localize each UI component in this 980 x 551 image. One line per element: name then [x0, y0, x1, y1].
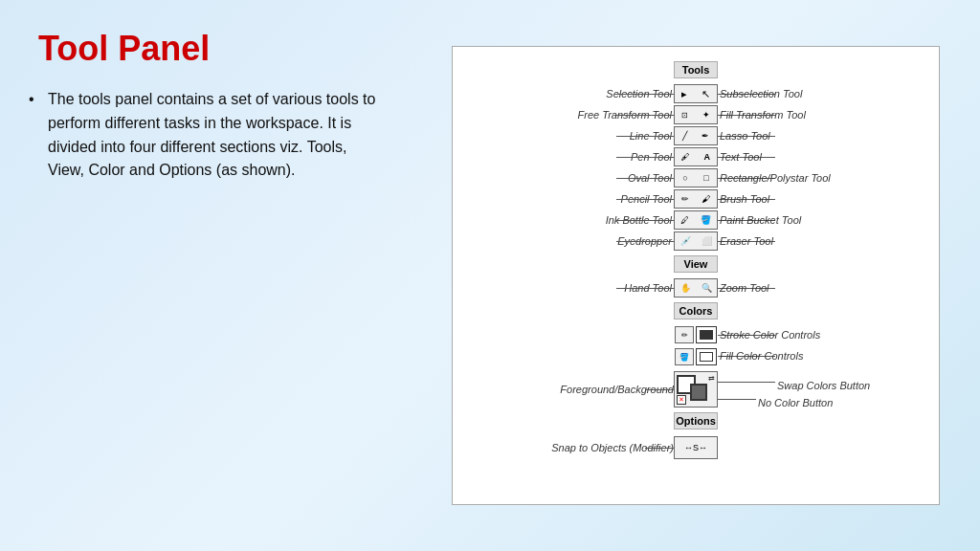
- fg-bg-icon-area: ⇄ ✕: [674, 371, 718, 408]
- pen-icon: ✒: [702, 131, 709, 141]
- fill-swatch: [696, 348, 717, 365]
- label-fill-transform-tool: Fill Transform Tool: [720, 109, 806, 121]
- no-color-small-icon: ✕: [677, 395, 686, 405]
- rect-icon: □: [703, 173, 708, 183]
- label-swap-colors-button: Swap Colors Button: [777, 380, 870, 391]
- icon-pair-ink: 🖊 🪣: [674, 210, 718, 230]
- label-brush-tool: Brush Tool: [720, 193, 769, 205]
- left-panel: Tool Panel The tools panel contains a se…: [0, 0, 412, 551]
- line-no-color: [718, 399, 756, 400]
- label-no-color-button: No Color Button: [758, 397, 833, 408]
- label-text-tool: Text Tool: [720, 151, 762, 163]
- free-transform-icon: ⊡: [681, 111, 688, 120]
- cursor-icon: ▸: [681, 88, 687, 100]
- tools-panel: Tools Selection Tool ▸ ↖ Subselection To…: [472, 61, 920, 461]
- colors-header: Colors: [674, 302, 718, 320]
- hand-icon: ✋: [680, 283, 691, 293]
- arrow-icon: ↖: [702, 88, 710, 100]
- fountain-pen-icon: 🖋: [681, 152, 690, 162]
- colors-row-fill: 🪣 Fill Color Controls: [472, 345, 920, 366]
- icon-pair-eyedropper: 💉 ⬜: [674, 231, 718, 251]
- label-rectangle-tool: Rectangle/Polystar Tool: [720, 172, 831, 184]
- fill-bucket-icon: 🪣: [675, 348, 694, 365]
- snap-icon: ↔S↔: [674, 436, 718, 459]
- label-stroke-color-controls: Stroke Color Controls: [720, 329, 820, 341]
- fill-transform-icon: ✦: [702, 110, 710, 120]
- oval-icon: ○: [682, 173, 687, 183]
- icon-pair-oval: ○ □: [674, 168, 718, 187]
- tool-row-oval: Oval Tool ○ □ Rectangle/Polystar Tool: [472, 167, 920, 188]
- icon-pair-transform: ⊡ ✦: [674, 105, 718, 124]
- paint-bucket-icon: 🪣: [701, 215, 711, 225]
- icon-pair-hand: ✋ 🔍: [674, 278, 718, 298]
- page-title: Tool Panel: [38, 29, 383, 69]
- label-eraser-tool: Eraser Tool: [720, 235, 773, 247]
- eraser-icon: ⬜: [702, 236, 712, 246]
- right-panel: Tools Selection Tool ▸ ↖ Subselection To…: [412, 0, 980, 551]
- label-fill-color-controls: Fill Color Controls: [720, 350, 803, 362]
- stroke-pencil-icon: ✏: [675, 326, 694, 343]
- icon-pair-pencil: ✏ 🖌: [674, 189, 718, 209]
- line-icon: ╱: [682, 131, 687, 141]
- view-header: View: [674, 255, 718, 273]
- label-zoom-tool: Zoom Tool: [720, 282, 769, 294]
- tool-row-pen: Pen Tool 🖋 A Text Tool: [472, 146, 920, 167]
- tool-row-selection: Selection Tool ▸ ↖ Subselection Tool: [472, 83, 920, 104]
- ink-bottle-icon: 🖊: [680, 215, 689, 225]
- tool-row-eyedropper: Eyedropper 💉 ⬜ Eraser Tool: [472, 231, 920, 252]
- eyedropper-icon: 💉: [680, 236, 691, 246]
- diagram-container: Tools Selection Tool ▸ ↖ Subselection To…: [452, 46, 940, 505]
- icon-pair-pen: 🖋 A: [674, 147, 718, 166]
- icon-pair-selection: ▸ ↖: [674, 84, 718, 103]
- options-header: Options: [674, 412, 718, 430]
- tool-row-pencil: Pencil Tool ✏ 🖌 Brush Tool: [472, 188, 920, 209]
- text-icon: A: [703, 152, 710, 162]
- tool-row-ink: Ink Bottle Tool 🖊 🪣 Paint Bucket Tool: [472, 209, 920, 231]
- fg-bg-row: Foreground/Background ⇄ ✕ Swap Colors Bu…: [472, 370, 920, 408]
- tool-row-transform: Free Transform Tool ⊡ ✦ Fill Transform T…: [472, 104, 920, 125]
- pencil-icon: ✏: [681, 194, 689, 204]
- stroke-swatch: [696, 326, 717, 343]
- line-fg-bg: [645, 389, 674, 390]
- line-swap: [718, 382, 775, 383]
- tool-row-hand: Hand Tool ✋ 🔍 Zoom Tool: [472, 277, 920, 298]
- options-row: Snap to Objects (Modifier) ↔S↔: [472, 434, 920, 461]
- colors-row-stroke: ✏ Stroke Color Controls: [472, 324, 920, 345]
- bg-square: [690, 384, 707, 401]
- line-snap: [645, 448, 674, 449]
- label-subselection-tool: Subselection Tool: [720, 88, 802, 99]
- zoom-icon: 🔍: [702, 283, 712, 293]
- swap-arrows-icon: ⇄: [708, 374, 715, 383]
- icon-pair-line: ╱ ✒: [674, 126, 718, 145]
- label-lasso-tool: Lasso Tool: [720, 130, 770, 142]
- label-paint-bucket-tool: Paint Bucket Tool: [720, 214, 801, 226]
- tool-row-line: Line Tool ╱ ✒ Lasso Tool: [472, 125, 920, 146]
- brush-icon: 🖌: [702, 194, 710, 204]
- bullet-text: The tools panel contains a set of variou…: [38, 88, 383, 183]
- snap-arrows-icon: ↔S↔: [684, 443, 707, 452]
- tools-header: Tools: [674, 61, 718, 78]
